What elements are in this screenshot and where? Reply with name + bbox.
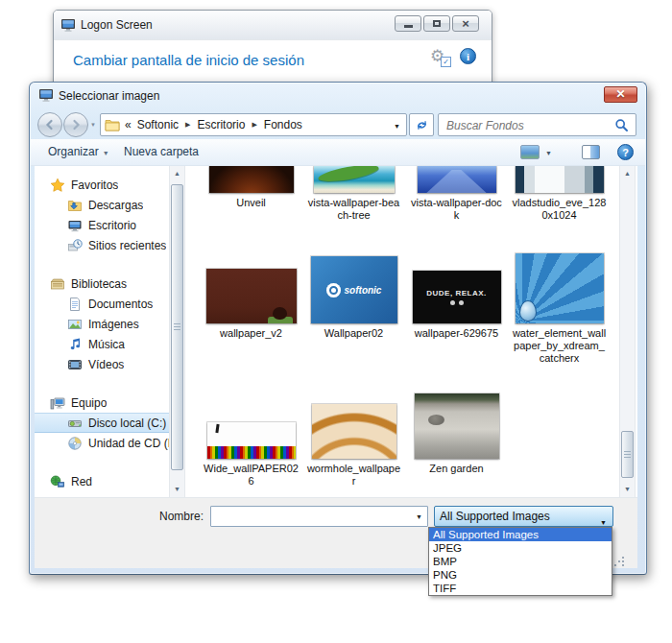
file-type-value: All Supported Images bbox=[440, 510, 550, 523]
command-bar: Organizar▼ Nueva carpeta ▼ ? bbox=[31, 139, 645, 166]
filetype-option-png[interactable]: PNG bbox=[429, 568, 612, 582]
select-image-dialog: Seleccionar imagen ✕ ▼ « Softonic▶Escrit… bbox=[29, 82, 647, 575]
change-logon-screen-link[interactable]: Cambiar pantalla de inicio de sesión bbox=[73, 52, 304, 68]
sidebar-item-favoritos[interactable]: Favoritos bbox=[35, 175, 169, 195]
sidebar-item-imagenes[interactable]: Imágenes bbox=[35, 314, 169, 334]
search-input[interactable] bbox=[444, 116, 612, 135]
filetype-option-jpeg[interactable]: JPEG bbox=[429, 541, 612, 555]
minimize-button[interactable] bbox=[395, 15, 421, 32]
sidebar-item-disco-local-c[interactable]: Disco local (C:) bbox=[35, 413, 169, 433]
network-icon bbox=[50, 474, 65, 489]
thumbnail-water-element-wallpaper-by-xdream-catcherx bbox=[516, 253, 604, 323]
sidebar-item-documentos[interactable]: Documentos bbox=[35, 294, 169, 314]
dialog-title: Seleccionar imagen bbox=[59, 89, 159, 103]
file-item-unveil[interactable]: Unveil bbox=[200, 166, 302, 222]
sidebar-item-musica[interactable]: Música bbox=[35, 334, 169, 354]
thumbnail-wallpaper-v2 bbox=[206, 269, 297, 323]
file-item-wide-wallpaper026[interactable]: Wide_wallPAPER026 bbox=[200, 394, 302, 488]
scroll-down-icon[interactable]: ▼ bbox=[170, 482, 184, 497]
sidebar-item-videos[interactable]: Vídeos bbox=[35, 354, 169, 374]
recent-pages-caret-icon[interactable]: ▼ bbox=[90, 122, 96, 128]
star-icon bbox=[50, 178, 65, 193]
address-dropdown-caret-icon[interactable]: ▼ bbox=[394, 123, 400, 130]
thumbnail-vista-wallpaper-dock bbox=[418, 166, 496, 193]
filetype-option-tiff[interactable]: TIFF bbox=[429, 582, 612, 595]
file-item-vladstudio-eve-1280x1024[interactable]: vladstudio_eve_1280x1024 bbox=[508, 166, 611, 222]
thumbnail-unveil bbox=[209, 166, 294, 193]
help-icon[interactable]: ? bbox=[617, 144, 634, 160]
file-name-label: Nombre: bbox=[127, 510, 204, 523]
forward-button[interactable] bbox=[63, 112, 88, 137]
desktop: { "colors": {"selection_blue": "#3875d7"… bbox=[0, 0, 672, 643]
chevron-down-icon[interactable]: ▼ bbox=[416, 513, 422, 520]
logon-titlebar[interactable]: Logon Screen × bbox=[54, 11, 492, 40]
close-icon: × bbox=[462, 17, 469, 30]
search-box[interactable] bbox=[438, 113, 636, 136]
file-item-vista-wallpaper-dock[interactable]: vista-wallpaper-dock bbox=[405, 166, 508, 222]
file-item-wallpaper02[interactable]: softonicWallpaper02 bbox=[302, 253, 405, 365]
minimize-icon bbox=[404, 25, 413, 28]
resize-grip[interactable] bbox=[622, 557, 624, 559]
softonic-logo-text: softonic bbox=[345, 285, 382, 296]
breadcrumb-chevron-icon[interactable]: ▶ bbox=[185, 121, 190, 129]
hard-drive-icon bbox=[67, 416, 83, 431]
music-icon bbox=[67, 337, 83, 352]
monitor-icon bbox=[60, 17, 76, 33]
files-scrollbar-thumb[interactable] bbox=[621, 431, 634, 478]
address-bar[interactable]: « Softonic▶Escritorio▶Fondos ▼ bbox=[100, 113, 407, 136]
breadcrumb-item-softonic[interactable]: Softonic bbox=[137, 118, 179, 131]
file-type-combobox[interactable]: All Supported Images ▼ bbox=[434, 506, 613, 527]
breadcrumb-overflow-chevron[interactable]: « bbox=[125, 118, 132, 131]
search-icon bbox=[614, 118, 630, 133]
sidebar-item-unidad-de-cd-d[interactable]: Unidad de CD (D: bbox=[35, 433, 169, 453]
organize-menu-button[interactable]: Organizar▼ bbox=[48, 145, 109, 158]
files-scrollbar[interactable]: ▲ ▼ bbox=[619, 166, 636, 497]
thumbnail-vista-wallpaper-beach-tree bbox=[314, 166, 395, 193]
file-item-vista-wallpaper-beach-tree[interactable]: vista-wallpaper-beach-tree bbox=[302, 166, 405, 222]
back-button[interactable] bbox=[37, 112, 62, 137]
new-folder-button[interactable]: Nueva carpeta bbox=[124, 145, 199, 158]
views-caret-icon[interactable]: ▼ bbox=[545, 150, 552, 156]
file-name-combo[interactable]: ▼ bbox=[210, 506, 428, 527]
file-name-input[interactable] bbox=[214, 509, 410, 526]
sidebar-scrollbar[interactable]: ▲ ▼ bbox=[169, 166, 185, 497]
preview-pane-toggle-icon[interactable] bbox=[582, 145, 600, 159]
info-icon[interactable]: i bbox=[460, 48, 476, 64]
breadcrumb-chevron-icon[interactable]: ▶ bbox=[252, 121, 256, 129]
file-name-label: Zen garden bbox=[429, 463, 483, 475]
file-item-zen-garden[interactable]: Zen garden bbox=[405, 394, 508, 488]
file-item-water-element-wallpaper-by-xdream-catcherx[interactable]: water_element_wallpaper_by_xdream_catche… bbox=[508, 253, 611, 365]
file-type-dropdown-list: All Supported ImagesJPEGBMPPNGTIFF bbox=[428, 527, 612, 596]
file-item-wallpaper-629675[interactable]: DUDE, RELAX.wallpaper-629675 bbox=[405, 253, 508, 365]
sidebar-item-sitios-recientes[interactable]: Sitios recientes bbox=[35, 235, 169, 255]
file-item-wallpaper-v2[interactable]: wallpaper_v2 bbox=[200, 253, 302, 365]
views-button-icon[interactable] bbox=[520, 145, 540, 159]
sidebar-item-bibliotecas[interactable]: Bibliotecas bbox=[35, 274, 169, 294]
pictures-icon bbox=[67, 317, 83, 332]
close-button[interactable]: × bbox=[452, 15, 479, 32]
folder-icon bbox=[105, 118, 120, 131]
restore-button[interactable] bbox=[423, 15, 450, 32]
file-name-label: Wide_wallPAPER026 bbox=[204, 463, 300, 488]
logon-screen-window: Logon Screen × Cambiar pantalla de inici… bbox=[53, 10, 492, 86]
sidebar-item-red[interactable]: Red bbox=[35, 471, 169, 491]
file-item-wormhole-wallpaper[interactable]: wormhole_wallpaper bbox=[302, 394, 405, 488]
filetype-option-bmp[interactable]: BMP bbox=[429, 555, 612, 568]
scroll-up-icon[interactable]: ▲ bbox=[620, 166, 635, 181]
settings-gear-icon[interactable]: ⚙✓ bbox=[430, 47, 449, 66]
refresh-button[interactable] bbox=[409, 113, 434, 136]
sidebar-scrollbar-thumb[interactable] bbox=[171, 184, 183, 470]
breadcrumb-item-fondos[interactable]: Fondos bbox=[264, 118, 302, 131]
sidebar-item-descargas[interactable]: Descargas bbox=[35, 195, 169, 215]
filetype-option-all-supported-images[interactable]: All Supported Images bbox=[429, 528, 612, 541]
sidebar-item-equipo[interactable]: Equipo bbox=[35, 393, 169, 413]
sidebar-item-escritorio[interactable]: Escritorio bbox=[35, 215, 169, 235]
dialog-close-button[interactable]: ✕ bbox=[604, 86, 637, 103]
videos-icon bbox=[67, 357, 83, 372]
breadcrumb-item-escritorio[interactable]: Escritorio bbox=[197, 118, 245, 131]
scroll-down-icon[interactable]: ▼ bbox=[620, 482, 635, 497]
computer-icon bbox=[50, 395, 65, 411]
file-name-label: wormhole_wallpaper bbox=[306, 463, 402, 488]
file-name-label: water_element_wallpaper_by_xdream_catche… bbox=[512, 327, 608, 365]
scroll-up-icon[interactable]: ▲ bbox=[170, 166, 184, 181]
